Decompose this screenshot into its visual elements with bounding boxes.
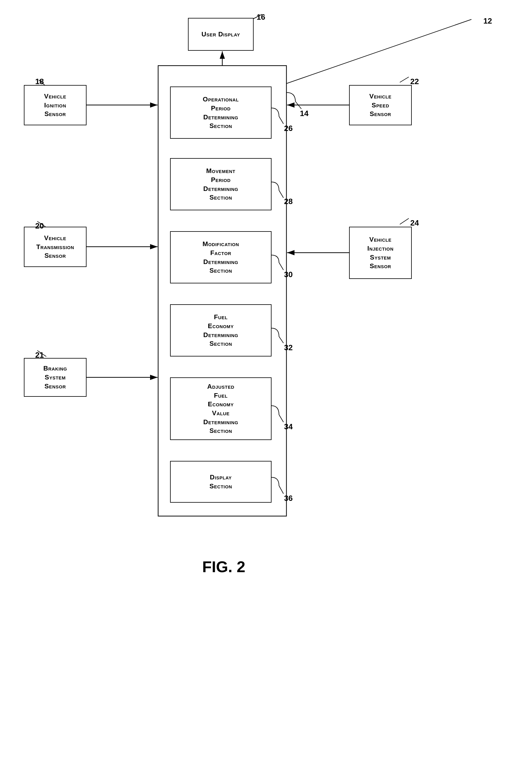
svg-line-19 <box>279 190 283 198</box>
svg-line-7 <box>286 20 471 84</box>
ref-22: 22 <box>410 77 419 86</box>
vehicle-transmission-box: VehicleTransmissionSensor <box>24 227 87 267</box>
ref-12: 12 <box>483 17 492 26</box>
fuel-economy-box: FuelEconomyDeterminingSection <box>170 304 271 357</box>
vehicle-transmission-label: VehicleTransmissionSensor <box>36 234 74 260</box>
diagram: User Display OperationalPeriodDeterminin… <box>0 0 532 761</box>
display-section-box: DisplaySection <box>170 461 271 503</box>
braking-system-box: BrakingSystemSensor <box>24 358 87 397</box>
svg-line-20 <box>279 263 283 270</box>
vehicle-ignition-label: VehicleIgnitionSensor <box>44 92 66 118</box>
vehicle-speed-label: VehicleSpeedSensor <box>369 92 391 118</box>
user-display-box: User Display <box>188 18 254 51</box>
operational-period-box: OperationalPeriodDeterminingSection <box>170 87 271 139</box>
ref-21: 21 <box>35 351 44 360</box>
user-display-label: User Display <box>202 30 240 39</box>
ref-26: 26 <box>284 124 293 133</box>
modification-factor-box: ModificationFactorDeterminingSection <box>170 231 271 283</box>
svg-line-18 <box>279 116 283 124</box>
modification-factor-label: ModificationFactorDeterminingSection <box>203 240 239 275</box>
braking-system-label: BrakingSystemSensor <box>43 364 67 390</box>
ref-24: 24 <box>410 218 419 228</box>
ref-18: 18 <box>35 77 44 86</box>
svg-line-17 <box>400 218 409 224</box>
vehicle-injection-box: VehicleInjectionSystemSensor <box>349 227 412 279</box>
fuel-economy-label: FuelEconomyDeterminingSection <box>203 313 238 348</box>
svg-line-4 <box>295 101 301 109</box>
svg-line-23 <box>279 486 283 494</box>
movement-period-box: MovementPeriodDeterminingSection <box>170 158 271 210</box>
movement-period-label: MovementPeriodDeterminingSection <box>203 166 238 202</box>
ref-36: 36 <box>284 494 293 503</box>
figure-label: FIG. 2 <box>179 558 268 576</box>
adjusted-fuel-box: AdjustedFuelEconomyValueDeterminingSecti… <box>170 378 271 440</box>
vehicle-speed-box: VehicleSpeedSensor <box>349 85 412 125</box>
ref-30: 30 <box>284 270 293 279</box>
svg-line-21 <box>279 336 283 343</box>
ref-14: 14 <box>300 109 309 118</box>
svg-line-22 <box>279 415 283 422</box>
ref-20: 20 <box>35 221 44 231</box>
ref-32: 32 <box>284 343 293 352</box>
vehicle-ignition-box: VehicleIgnitionSensor <box>24 85 87 125</box>
ref-16: 16 <box>257 13 265 22</box>
display-section-label: DisplaySection <box>209 473 232 491</box>
operational-period-label: OperationalPeriodDeterminingSection <box>203 95 239 130</box>
svg-line-16 <box>400 77 409 82</box>
ref-28: 28 <box>284 197 293 206</box>
vehicle-injection-label: VehicleInjectionSystemSensor <box>367 235 393 270</box>
adjusted-fuel-label: AdjustedFuelEconomyValueDeterminingSecti… <box>203 382 238 435</box>
ref-34: 34 <box>284 422 293 431</box>
